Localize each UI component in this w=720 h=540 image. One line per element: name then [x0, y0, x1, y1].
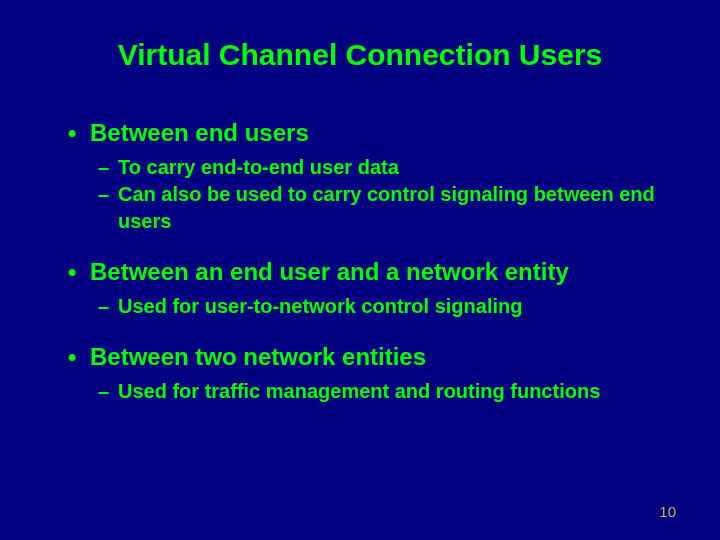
sub-bullet-list: –To carry end-to-end user data –Can also…: [98, 154, 668, 235]
bullet-dash-icon: –: [98, 378, 118, 405]
bullet-dash-icon: –: [98, 154, 118, 181]
page-number: 10: [659, 503, 676, 520]
sub-bullet-list: –Used for traffic management and routing…: [98, 378, 668, 405]
bullet-level2: –Used for traffic management and routing…: [98, 378, 668, 405]
bullet-text: Between end users: [90, 119, 309, 146]
bullet-level2: –To carry end-to-end user data: [98, 154, 668, 181]
bullet-level1: •Between end users: [68, 118, 668, 148]
bullet-text: Between an end user and a network entity: [90, 258, 569, 285]
sub-bullet-text: To carry end-to-end user data: [118, 156, 399, 178]
slide-title: Virtual Channel Connection Users: [0, 38, 720, 72]
bullet-level1: •Between two network entities: [68, 342, 668, 372]
bullet-level1: •Between an end user and a network entit…: [68, 257, 668, 287]
sub-bullet-text: Used for traffic management and routing …: [118, 380, 600, 402]
sub-bullet-text: Used for user-to-network control signali…: [118, 295, 522, 317]
sub-bullet-list: –Used for user-to-network control signal…: [98, 293, 668, 320]
bullet-text: Between two network entities: [90, 343, 426, 370]
bullet-dot-icon: •: [68, 342, 90, 372]
bullet-dot-icon: •: [68, 118, 90, 148]
bullet-level2: –Can also be used to carry control signa…: [98, 181, 668, 235]
slide: Virtual Channel Connection Users •Betwee…: [0, 0, 720, 540]
bullet-dash-icon: –: [98, 293, 118, 320]
bullet-dot-icon: •: [68, 257, 90, 287]
sub-bullet-text: Can also be used to carry control signal…: [118, 183, 655, 232]
bullet-level2: –Used for user-to-network control signal…: [98, 293, 668, 320]
bullet-dash-icon: –: [98, 181, 118, 208]
slide-body: •Between end users –To carry end-to-end …: [68, 118, 668, 427]
